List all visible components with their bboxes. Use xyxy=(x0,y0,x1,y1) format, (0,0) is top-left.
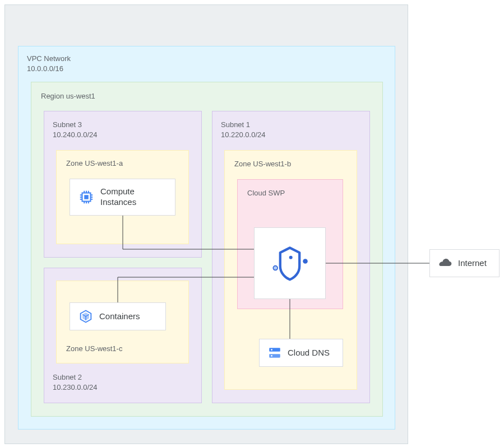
zone-a-label: Zone US-west1-a xyxy=(66,158,123,169)
subnet3-label: Subnet 3 10.240.0.0/24 xyxy=(53,120,98,139)
svg-rect-18 xyxy=(269,354,280,358)
compute-instances-card: Compute Instances xyxy=(70,179,175,216)
subnet2-title: Subnet 2 xyxy=(53,373,82,381)
internet-label: Internet xyxy=(458,258,487,269)
svg-rect-1 xyxy=(84,195,89,199)
cloud-dns-icon xyxy=(267,346,282,360)
svg-point-16 xyxy=(303,259,308,264)
zone-c-label: Zone US-west1-c xyxy=(66,344,122,354)
containers-icon xyxy=(78,309,94,324)
svg-rect-17 xyxy=(269,348,280,352)
vpc-title: VPC Network xyxy=(27,54,71,63)
subnet2-cidr: 10.230.0.0/24 xyxy=(53,382,98,393)
containers-card: Containers xyxy=(70,302,166,330)
containers-label: Containers xyxy=(99,311,140,322)
svg-point-15 xyxy=(273,266,278,270)
diagram-canvas: Google Cloud VPC Network 10.0.0.0/16 Reg… xyxy=(0,0,504,448)
svg-point-20 xyxy=(271,355,272,357)
compute-engine-icon xyxy=(78,189,95,206)
compute-label: Compute Instances xyxy=(100,186,136,208)
vpc-network-label: VPC Network 10.0.0.0/16 xyxy=(27,54,71,73)
subnet1-cidr: 10.220.0.0/24 xyxy=(221,130,266,140)
cloud-dns-label: Cloud DNS xyxy=(288,348,330,358)
subnet2-label: Subnet 2 10.230.0.0/24 xyxy=(53,372,98,392)
cloud-dns-card: Cloud DNS xyxy=(259,339,343,367)
subnet1-label: Subnet 1 10.220.0.0/24 xyxy=(221,120,266,139)
region-label: Region us-west1 xyxy=(41,91,95,101)
secure-web-proxy-icon xyxy=(266,239,314,287)
svg-point-19 xyxy=(271,349,272,351)
subnet3-title: Subnet 3 xyxy=(53,120,82,129)
internet-card: Internet xyxy=(429,249,500,277)
zone-b-label: Zone US-west1-b xyxy=(234,159,291,169)
subnet3-cidr: 10.240.0.0/24 xyxy=(53,130,98,140)
subnet1-title: Subnet 1 xyxy=(221,120,250,129)
cloud-internet-icon xyxy=(438,258,452,269)
cloud-swp-label: Cloud SWP xyxy=(247,188,285,198)
swp-service-card xyxy=(254,227,326,299)
svg-point-14 xyxy=(289,256,293,259)
vpc-cidr: 10.0.0.0/16 xyxy=(27,64,71,74)
